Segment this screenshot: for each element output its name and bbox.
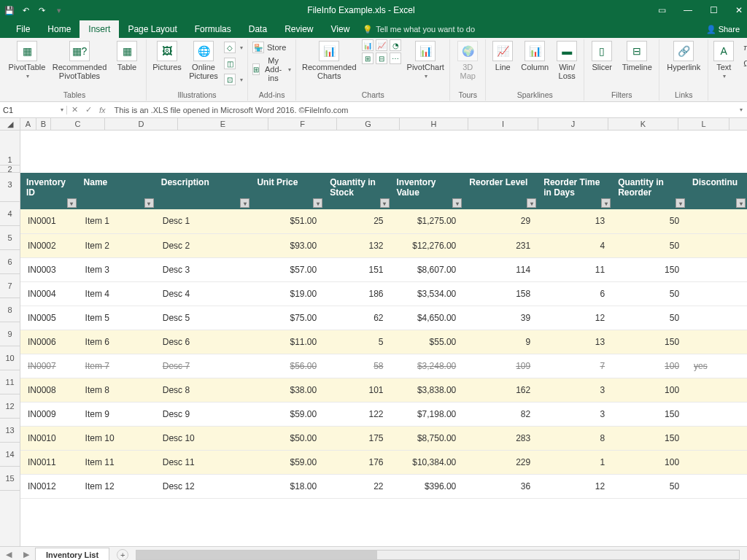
row-header-9[interactable]: 9 (0, 322, 20, 346)
filter-arrow-icon[interactable]: ▾ (527, 198, 536, 208)
table-row[interactable]: IN0004Item 4Desc 4$19.00186$3,534.001586… (20, 281, 747, 306)
pictures-button[interactable]: 🖼Pictures (151, 39, 183, 71)
cancel-icon[interactable]: ✕ (71, 105, 78, 114)
filter-arrow-icon[interactable]: ▾ (380, 198, 390, 208)
close-icon[interactable]: ✕ (735, 5, 743, 15)
row-header-11[interactable]: 11 (0, 370, 20, 394)
col-header-quantity-in-reorder[interactable]: Quantity in Reorder▾ (612, 173, 686, 209)
shapes-button[interactable]: ◇▾ (224, 39, 243, 54)
column-header-F[interactable]: F (268, 118, 337, 130)
name-box[interactable]: C1▾ (0, 106, 67, 114)
fx-icon[interactable]: fx (99, 106, 106, 114)
table-row[interactable]: IN0012Item 12Desc 12$18.0022$396.0036125… (20, 474, 747, 498)
my-addins-button[interactable]: ⊞My Add-ins▾ (252, 61, 291, 76)
chart-type5-icon[interactable]: ⊟ (376, 52, 387, 64)
col-header-reorder-time-in-days[interactable]: Reorder Time in Days▾ (538, 173, 612, 209)
column-header-G[interactable]: G (337, 118, 400, 130)
table-row[interactable]: ⚑IN0011Item 11Desc 11$59.00176$10,384.00… (20, 450, 747, 474)
col-header-quantity-in-stock[interactable]: Quantity in Stock▾ (324, 173, 390, 209)
row-header-6[interactable]: 6 (0, 250, 20, 274)
chart-type1-icon[interactable]: 📊 (362, 39, 374, 51)
tell-me-search[interactable]: 💡 Tell me what you want to do (363, 25, 475, 34)
chart-type4-icon[interactable]: ⊞ (362, 52, 374, 64)
column-header-E[interactable]: E (178, 118, 268, 130)
filter-arrow-icon[interactable]: ▾ (144, 198, 154, 208)
chart-type3-icon[interactable]: ◔ (390, 39, 401, 51)
chart-type6-icon[interactable]: ⋯ (390, 52, 401, 64)
table-row[interactable]: ⚑IN0001Item 1Desc 1$51.0025$1,275.002913… (20, 209, 747, 233)
col-header-name[interactable]: Name▾ (78, 173, 155, 209)
row-header-2[interactable]: 2 (0, 166, 20, 173)
filter-arrow-icon[interactable]: ▾ (601, 198, 611, 208)
share-button[interactable]: 👤 Share (706, 25, 740, 34)
row-header-14[interactable]: 14 (0, 443, 20, 467)
online-pictures-button[interactable]: 🌐Online Pictures (187, 39, 220, 80)
column-header-J[interactable]: J (538, 118, 608, 130)
slicer-button[interactable]: ▯Slicer (589, 39, 615, 71)
row-header-10[interactable]: 10 (0, 346, 20, 370)
recommended-charts-button[interactable]: 📊Recommended Charts (301, 39, 357, 80)
select-all-cell[interactable]: ◢ (0, 118, 20, 130)
tab-data[interactable]: Data (240, 20, 276, 38)
col-header-unit-price[interactable]: Unit Price▾ (251, 173, 324, 209)
recommended-pivottables-button[interactable]: ▦?Recommended PivotTables (51, 39, 108, 80)
filter-arrow-icon[interactable]: ▾ (240, 198, 249, 208)
filter-arrow-icon[interactable]: ▾ (452, 198, 462, 208)
row-header-13[interactable]: 13 (0, 419, 20, 443)
sparkline-column-button[interactable]: 📊Column (519, 39, 550, 71)
redo-icon[interactable]: ↷ (36, 5, 47, 15)
text-button[interactable]: AText▾ (713, 39, 735, 79)
table-row[interactable]: IN0009Item 9Desc 9$59.00122$7,198.008231… (20, 402, 747, 426)
row-header-3[interactable]: 3 (0, 173, 20, 202)
col-header-description[interactable]: Description▾ (155, 173, 252, 209)
table-button[interactable]: ▦Table (112, 39, 142, 71)
maximize-icon[interactable]: ☐ (710, 5, 718, 15)
tab-page-layout[interactable]: Page Layout (119, 20, 185, 38)
add-sheet-button[interactable]: + (117, 549, 128, 561)
sheet-nav-next-icon[interactable]: ▶ (18, 550, 35, 559)
symbol-button[interactable]: Ω Symbol (743, 55, 747, 70)
filter-arrow-icon[interactable]: ▾ (67, 198, 77, 208)
column-header-I[interactable]: I (468, 118, 538, 130)
tab-insert[interactable]: Insert (80, 20, 119, 38)
row-header-7[interactable]: 7 (0, 274, 20, 298)
filter-arrow-icon[interactable]: ▾ (676, 198, 685, 208)
pivottable-button[interactable]: ▦PivotTable▾ (7, 39, 47, 79)
table-row[interactable]: ⚑IN0008Item 8Desc 8$38.00101$3,838.00162… (20, 378, 747, 402)
save-icon[interactable]: 💾 (4, 5, 15, 15)
table-row[interactable]: ⚑IN0006Item 6Desc 6$11.005$55.00913150 (20, 330, 747, 354)
col-header-inventory-id[interactable]: Inventory ID▾ (20, 173, 78, 209)
undo-icon[interactable]: ↶ (20, 5, 31, 15)
table-row[interactable]: ⚑IN0010Item 10Desc 10$50.00175$8,750.002… (20, 426, 747, 450)
filter-arrow-icon[interactable]: ▾ (313, 198, 322, 208)
col-header-inventory-value[interactable]: Inventory Value▾ (391, 173, 464, 209)
expand-formula-icon[interactable]: ▾ (740, 106, 743, 113)
col-header-reorder-level[interactable]: Reorder Level▾ (463, 173, 538, 209)
smartart-button[interactable]: ◫ (224, 55, 236, 70)
equation-button[interactable]: π Equation▾ (743, 39, 747, 54)
horizontal-scrollbar[interactable] (136, 550, 740, 560)
tab-formulas[interactable]: Formulas (186, 20, 240, 38)
store-button[interactable]: 🏪Store (252, 39, 286, 54)
row-header-12[interactable]: 12 (0, 394, 20, 419)
column-header-A[interactable]: A (20, 118, 36, 130)
qat-dropdown-icon[interactable]: ▾ (54, 5, 64, 15)
column-header-K[interactable]: K (608, 118, 678, 130)
ribbon-options-icon[interactable]: ▭ (658, 5, 666, 15)
sparkline-line-button[interactable]: 📈Line (490, 39, 515, 71)
filter-arrow-icon[interactable]: ▾ (736, 198, 746, 208)
col-header-discontinu[interactable]: Discontinu▾ (686, 173, 747, 209)
row-header-15[interactable]: 15 (0, 467, 20, 491)
tab-view[interactable]: View (322, 20, 359, 38)
row-header-1[interactable]: 1 (0, 131, 20, 166)
column-header-B[interactable]: B (36, 118, 51, 130)
tab-file[interactable]: File (7, 20, 39, 38)
column-header-L[interactable]: L (678, 118, 729, 130)
column-header-C[interactable]: C (51, 118, 105, 130)
enter-icon[interactable]: ✓ (85, 105, 92, 114)
row-header-8[interactable]: 8 (0, 298, 20, 322)
sheet-area[interactable]: This is an .XLS file opened in Yes Inven… (20, 131, 747, 546)
table-row[interactable]: IN0003Item 3Desc 3$57.00151$8,607.001141… (20, 257, 747, 281)
row-header-5[interactable]: 5 (0, 226, 20, 250)
column-header-H[interactable]: H (400, 118, 468, 130)
